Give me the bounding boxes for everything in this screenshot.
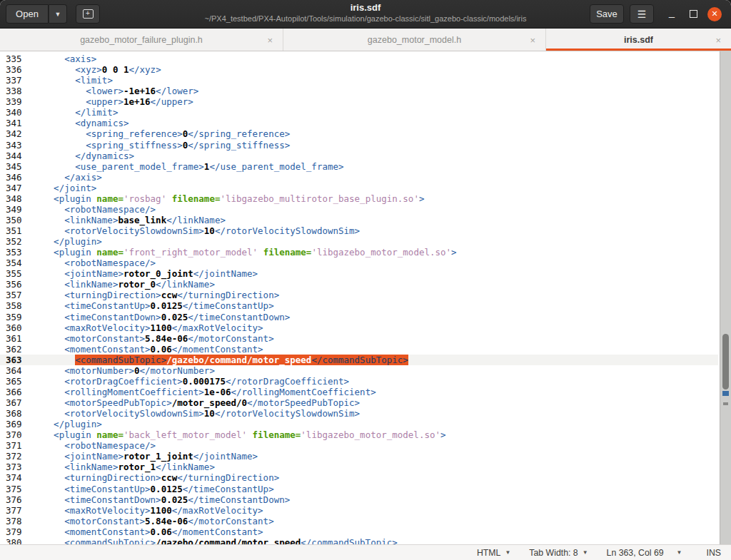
code-line[interactable]: 353 <plugin name='front_right_motor_mode…	[0, 247, 718, 258]
code-line[interactable]: 343 <spring_stiffness>0</spring_stiffnes…	[0, 140, 718, 151]
code-line[interactable]: 339 <upper>1e+16</upper>	[0, 96, 718, 107]
code-text: <timeConstantDown>0.025</timeConstantDow…	[29, 494, 290, 505]
code-lines: 335 <axis>336 <xyz>0 0 1</xyz>337 <limit…	[0, 54, 718, 544]
code-line[interactable]: 359 <timeConstantDown>0.025</timeConstan…	[0, 312, 718, 322]
close-button[interactable]: ✕	[704, 4, 725, 25]
code-line[interactable]: 345 <use_parent_model_frame>1</use_paren…	[0, 161, 718, 172]
code-line[interactable]: 335 <axis>	[0, 54, 718, 64]
code-line[interactable]: 346 </axis>	[0, 172, 718, 183]
code-text: <motorNumber>0</motorNumber>	[29, 365, 215, 376]
code-text: <robotNamespace/>	[29, 440, 156, 451]
save-button[interactable]: Save	[590, 4, 624, 24]
code-line[interactable]: 375 <timeConstantUp>0.0125</timeConstant…	[0, 484, 718, 494]
open-button[interactable]: Open	[6, 4, 49, 24]
line-number: 367	[0, 397, 29, 408]
menu-button[interactable]: ☰	[630, 4, 654, 24]
code-line[interactable]: 336 <xyz>0 0 1</xyz>	[0, 64, 718, 75]
code-line[interactable]: 349 <robotNamespace/>	[0, 204, 718, 215]
code-text: <timeConstantUp>0.0125</timeConstantUp>	[29, 484, 274, 494]
headerbar: iris.sdf ~/PX4_testbed/PX4-Autopilot/Too…	[0, 0, 731, 29]
code-line[interactable]: 376 <timeConstantDown>0.025</timeConstan…	[0, 494, 718, 505]
code-text: <lower>-1e+16</lower>	[29, 86, 198, 96]
tab-close-icon[interactable]: ×	[715, 35, 721, 44]
code-line[interactable]: 354 <robotNamespace/>	[0, 258, 718, 268]
tab-close-icon[interactable]: ×	[530, 35, 535, 44]
cursor-position[interactable]: Ln 363, Col 69	[607, 548, 664, 558]
new-tab-button[interactable]: +	[76, 4, 100, 24]
code-line[interactable]: 369 </plugin>	[0, 419, 718, 429]
code-line[interactable]: 347 </joint>	[0, 183, 718, 193]
code-line[interactable]: 374 <turningDirection>ccw</turningDirect…	[0, 472, 718, 483]
code-line[interactable]: 372 <jointName>rotor_1_joint</jointName>	[0, 451, 718, 462]
code-line[interactable]: 352 </plugin>	[0, 236, 718, 247]
code-line[interactable]: 360 <maxRotVelocity>1100</maxRotVelocity…	[0, 322, 718, 333]
code-text: <timeConstantDown>0.025</timeConstantDow…	[29, 312, 290, 322]
code-line[interactable]: 344 </dynamics>	[0, 151, 718, 161]
code-line[interactable]: 379 <momentConstant>0.06</momentConstant…	[0, 526, 718, 537]
line-number: 336	[0, 64, 29, 75]
code-line[interactable]: 356 <linkName>rotor_0</linkName>	[0, 279, 718, 290]
tab-width-selector[interactable]: Tab Width: 8 ▼	[529, 548, 588, 558]
line-number: 344	[0, 151, 29, 161]
code-line[interactable]: 337 <limit>	[0, 75, 718, 86]
code-line[interactable]: 363 <commandSubTopic>/gazebo/command/mot…	[0, 355, 718, 365]
code-text: <rotorVelocitySlowdownSim>10</rotorVeloc…	[29, 408, 360, 419]
code-line[interactable]: 370 <plugin name='back_left_motor_model'…	[0, 429, 718, 440]
header-left-group: Open ▼ +	[6, 4, 100, 24]
code-line[interactable]: 366 <rollingMomentCoefficient>1e-06</rol…	[0, 387, 718, 397]
code-line[interactable]: 378 <motorConstant>5.84e-06</motorConsta…	[0, 516, 718, 526]
line-number: 341	[0, 118, 29, 128]
code-text: <linkName>base_link</linkName>	[29, 215, 226, 225]
scrollbar-thumb[interactable]	[722, 334, 729, 390]
line-number: 349	[0, 204, 29, 215]
tab-iris-sdf[interactable]: iris.sdf ×	[546, 29, 731, 51]
maximize-button[interactable]	[682, 4, 704, 25]
text-editor-view[interactable]: 335 <axis>336 <xyz>0 0 1</xyz>337 <limit…	[0, 51, 731, 544]
code-text: <turningDirection>ccw</turningDirection>	[29, 472, 279, 483]
code-line[interactable]: 371 <robotNamespace/>	[0, 440, 718, 451]
code-line[interactable]: 342 <spring_reference>0</spring_referenc…	[0, 128, 718, 139]
code-text: <dynamics>	[29, 118, 128, 128]
code-text: <xyz>0 0 1</xyz>	[29, 64, 161, 75]
code-line[interactable]: 350 <linkName>base_link</linkName>	[0, 215, 718, 225]
line-number: 357	[0, 290, 29, 300]
code-line[interactable]: 364 <motorNumber>0</motorNumber>	[0, 365, 718, 376]
code-text: </limit>	[29, 107, 118, 118]
tab-close-icon[interactable]: ×	[267, 35, 273, 44]
code-text: </plugin>	[29, 419, 102, 429]
insert-mode-indicator[interactable]: INS	[707, 548, 722, 558]
code-line[interactable]: 380 <commandSubTopic>/gazebo/command/mot…	[0, 537, 718, 544]
code-line[interactable]: 338 <lower>-1e+16</lower>	[0, 86, 718, 96]
line-number: 379	[0, 526, 29, 537]
line-number: 361	[0, 333, 29, 344]
code-text: <linkName>rotor_0</linkName>	[29, 279, 215, 290]
language-selector[interactable]: HTML ▼	[477, 548, 510, 558]
code-text: <jointName>rotor_0_joint</jointName>	[29, 268, 258, 279]
new-document-icon: +	[83, 9, 94, 19]
chevron-down-icon[interactable]: ▼	[677, 549, 682, 556]
code-line[interactable]: 368 <rotorVelocitySlowdownSim>10</rotorV…	[0, 408, 718, 419]
code-line[interactable]: 341 <dynamics>	[0, 118, 718, 128]
code-line[interactable]: 348 <plugin name='rosbag' filename='libg…	[0, 193, 718, 204]
code-line[interactable]: 362 <momentConstant>0.06</momentConstant…	[0, 344, 718, 355]
tab-gazebo-motor-failure-plugin[interactable]: gazebo_motor_failure_plugin.h ×	[0, 29, 283, 51]
code-line[interactable]: 357 <turningDirection>ccw</turningDirect…	[0, 290, 718, 300]
open-dropdown-button[interactable]: ▼	[49, 4, 67, 24]
tab-gazebo-motor-model[interactable]: gazebo_motor_model.h ×	[283, 29, 546, 51]
code-line[interactable]: 377 <maxRotVelocity>1100</maxRotVelocity…	[0, 505, 718, 516]
code-line[interactable]: 365 <rotorDragCoefficient>0.000175</roto…	[0, 376, 718, 387]
code-line[interactable]: 355 <jointName>rotor_0_joint</jointName>	[0, 268, 718, 279]
code-line[interactable]: 361 <motorConstant>5.84e-06</motorConsta…	[0, 333, 718, 344]
code-text: <upper>1e+16</upper>	[29, 96, 193, 107]
code-line[interactable]: 340 </limit>	[0, 107, 718, 118]
code-line[interactable]: 351 <rotorVelocitySlowdownSim>10</rotorV…	[0, 225, 718, 236]
line-number: 362	[0, 344, 29, 355]
code-line[interactable]: 358 <timeConstantUp>0.0125</timeConstant…	[0, 300, 718, 311]
line-number: 368	[0, 408, 29, 419]
line-number: 376	[0, 494, 29, 505]
code-text: <timeConstantUp>0.0125</timeConstantUp>	[29, 300, 274, 311]
code-line[interactable]: 367 <motorSpeedPubTopic>/motor_speed/0</…	[0, 397, 718, 408]
code-line[interactable]: 373 <linkName>rotor_1</linkName>	[0, 462, 718, 472]
vertical-scrollbar[interactable]	[720, 51, 731, 544]
minimize-button[interactable]: –	[661, 4, 682, 25]
